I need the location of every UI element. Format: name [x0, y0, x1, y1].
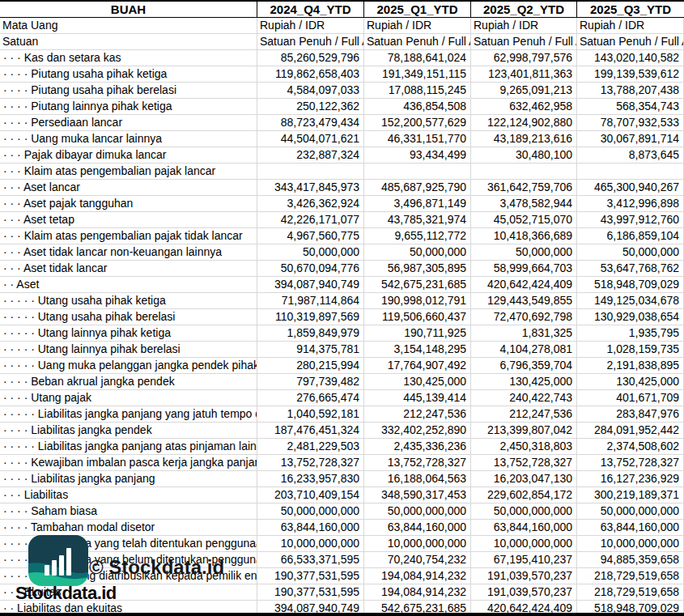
cell-value: 1,831,325 — [471, 325, 577, 342]
cell-value: 119,506,660,437 — [364, 309, 471, 325]
cell-value: 229,602,854,172 — [471, 487, 577, 503]
cell-value: 190,377,531,595 — [257, 568, 364, 584]
table-bottom-border — [0, 613, 684, 616]
cell-value: 50,000,000,000 — [577, 503, 684, 520]
cell-value: 63,844,160,000 — [364, 520, 471, 536]
cell-value: 1,040,592,181 — [257, 406, 364, 423]
cell-value: 1,935,795 — [577, 325, 684, 342]
cell-value: 332,402,252,890 — [364, 423, 471, 439]
cell-value: 218,729,519,658 — [577, 568, 684, 584]
cell-value: 13,788,207,438 — [577, 83, 684, 99]
cell-value: 50,000,000,000 — [257, 503, 364, 520]
cell-value: 130,929,038,654 — [577, 309, 684, 325]
row-label: · · · Kas dan setara kas — [0, 50, 257, 66]
cell-value: 9,265,091,213 — [471, 83, 577, 99]
cell-value: 13,752,728,327 — [577, 455, 684, 471]
cell-value: 16,233,957,830 — [257, 471, 364, 487]
cell-value: 43,785,321,974 — [364, 212, 471, 228]
column-header-period: 2025_Q2_YTD — [471, 0, 577, 18]
cell-value: 13,752,728,327 — [364, 455, 471, 471]
cell-value: 10,000,000,000 — [471, 536, 577, 552]
cell-value: 348,590,317,453 — [364, 487, 471, 503]
cell-value: 518,948,709,029 — [577, 277, 684, 293]
cell-value: 152,200,577,629 — [364, 115, 471, 131]
row-label: · · · · · Utang lainnya pihak ketiga — [0, 325, 257, 342]
cell-value: 361,642,759,706 — [471, 180, 577, 196]
row-label: · · · · Utang pajak — [0, 390, 257, 406]
cell-value: 4,584,097,033 — [257, 83, 364, 99]
cell-value: 50,000,000,000 — [471, 503, 577, 520]
cell-value: 283,847,976 — [577, 406, 684, 423]
cell-value: 3,426,362,924 — [257, 196, 364, 212]
cell-value: 72,470,692,798 — [471, 309, 577, 325]
cell-value: 56,987,305,895 — [364, 261, 471, 277]
row-label: · · · · Liabilitas jangka pendek — [0, 423, 257, 439]
column-header-period: 2025_Q1_YTD — [364, 0, 471, 18]
row-label: · · Aset — [0, 277, 257, 293]
row-label: · · · Aset tidak lancar — [0, 261, 257, 277]
cell-value: 13,752,728,327 — [471, 455, 577, 471]
cell-value: 797,739,482 — [257, 374, 364, 390]
cell-value: 63,844,160,000 — [257, 520, 364, 536]
row-label: · · · · · Utang usaha pihak berelasi — [0, 309, 257, 325]
cell-value: 42,226,171,077 — [257, 212, 364, 228]
cell-value: 6,186,859,104 — [577, 228, 684, 244]
cell-value: 187,476,451,324 — [257, 423, 364, 439]
row-label: · · · · Beban akrual jangka pendek — [0, 374, 257, 390]
cell-value: 203,710,409,154 — [257, 487, 364, 503]
row-label: · · · · Persediaan lancar — [0, 115, 257, 131]
cell-value: 218,729,519,658 — [577, 584, 684, 601]
cell-value: 130,425,000 — [471, 374, 577, 390]
row-label: · · · Klaim atas pengembalian pajak tida… — [0, 228, 257, 244]
row-label: · · · · Saham biasa — [0, 503, 257, 520]
cell-value: 93,434,499 — [364, 147, 471, 164]
row-label: · · · · · Uang muka pelanggan jangka pen… — [0, 358, 257, 374]
cell-value: 110,319,897,569 — [257, 309, 364, 325]
cell-value: 66,533,371,595 — [257, 552, 364, 568]
cell-value: 119,862,658,403 — [257, 66, 364, 83]
cell-value: 420,642,424,409 — [471, 277, 577, 293]
cell-value: 78,188,641,024 — [364, 50, 471, 66]
cell-value: 78,707,932,533 — [577, 115, 684, 131]
cell-value: 485,687,925,790 — [364, 180, 471, 196]
row-label: · · · · Piutang lainnya pihak ketiga — [0, 99, 257, 115]
cell-value: 232,887,324 — [257, 147, 364, 164]
cell-value: 123,401,811,363 — [471, 66, 577, 83]
cell-value: 58,999,664,703 — [471, 261, 577, 277]
cell-value: 213,399,807,042 — [471, 423, 577, 439]
row-label: · · · · Liabilitas jangka panjang — [0, 471, 257, 487]
cell-value: 44,504,071,621 — [257, 131, 364, 147]
cell-value: 1,859,849,979 — [257, 325, 364, 342]
cell-value: 63,844,160,000 — [471, 520, 577, 536]
cell-value: 143,020,140,582 — [577, 50, 684, 66]
cell-value: 191,039,570,237 — [471, 568, 577, 584]
cell-value: 194,084,914,232 — [364, 584, 471, 601]
row-label: · · · · Uang muka lancar lainnya — [0, 131, 257, 147]
cell-value: 3,412,996,898 — [577, 196, 684, 212]
cell-value: 50,000,000 — [577, 244, 684, 261]
cell-value: 16,188,064,563 — [364, 471, 471, 487]
cell-value: 280,215,994 — [257, 358, 364, 374]
cell-value — [364, 164, 471, 180]
unit-row-label: Satuan — [0, 34, 257, 50]
cell-value: 71,987,114,864 — [257, 293, 364, 309]
row-label: · · · Liabilitas — [0, 487, 257, 503]
cell-value: 199,139,539,612 — [577, 66, 684, 83]
row-label: · · · · Kewajiban imbalan pasca kerja ja… — [0, 455, 257, 471]
row-label: · · · · Piutang usaha pihak berelasi — [0, 83, 257, 99]
cell-value: 190,377,531,595 — [257, 584, 364, 601]
cell-value: 10,000,000,000 — [577, 536, 684, 552]
unit-cell: Satuan Penuh / Full Amount — [471, 34, 577, 50]
cell-value: 43,997,912,760 — [577, 212, 684, 228]
cell-value: 17,088,115,245 — [364, 83, 471, 99]
cell-value: 43,189,213,616 — [471, 131, 577, 147]
cell-value: 568,354,743 — [577, 99, 684, 115]
currency-cell: Rupiah / IDR — [471, 18, 577, 34]
cell-value: 394,087,940,749 — [257, 277, 364, 293]
cell-value: 13,752,728,327 — [257, 455, 364, 471]
cell-value: 85,260,529,796 — [257, 50, 364, 66]
cell-value: 2,450,318,803 — [471, 439, 577, 455]
cell-value: 53,647,768,762 — [577, 261, 684, 277]
cell-value: 122,124,902,880 — [471, 115, 577, 131]
row-label: · · · Aset tidak lancar non-keuangan lai… — [0, 244, 257, 261]
